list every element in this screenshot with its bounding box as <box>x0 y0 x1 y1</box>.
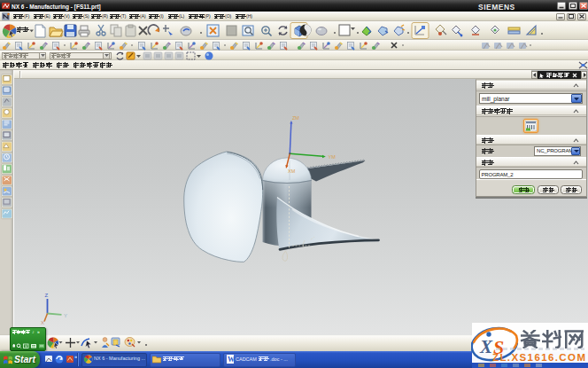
svg-text:X: X <box>41 320 44 325</box>
svg-text:Z: Z <box>45 293 49 298</box>
svg-text:Y: Y <box>64 313 67 318</box>
svg-text:X: X <box>479 336 493 357</box>
svg-text:W: W <box>228 356 235 364</box>
svg-text:XM: XM <box>288 168 296 174</box>
svg-text:YM: YM <box>329 154 337 160</box>
svg-text:ZM: ZM <box>292 115 299 121</box>
